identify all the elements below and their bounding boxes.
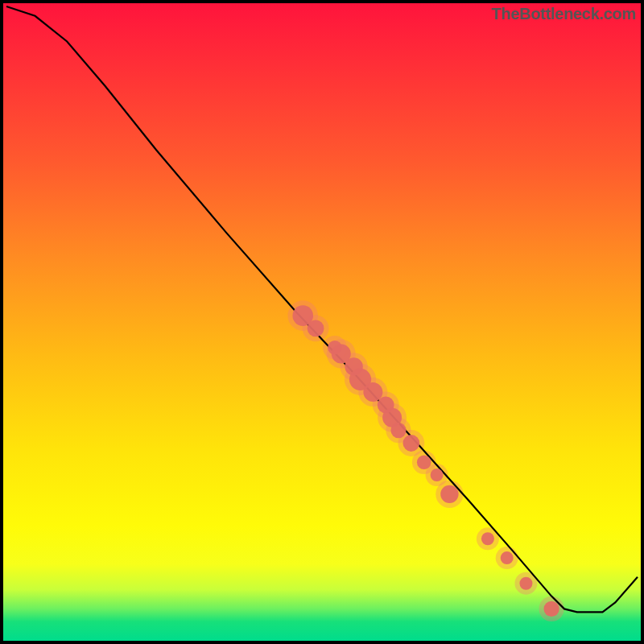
plot-frame-left — [0, 0, 3, 644]
chart-stage: TheBottleneck.com — [0, 0, 644, 644]
chart-background-gradient — [3, 3, 641, 641]
watermark-text: TheBottleneck.com — [492, 5, 636, 23]
plot-frame-bottom — [0, 641, 644, 644]
plot-frame-top — [0, 0, 644, 3]
plot-frame-right — [641, 0, 644, 644]
